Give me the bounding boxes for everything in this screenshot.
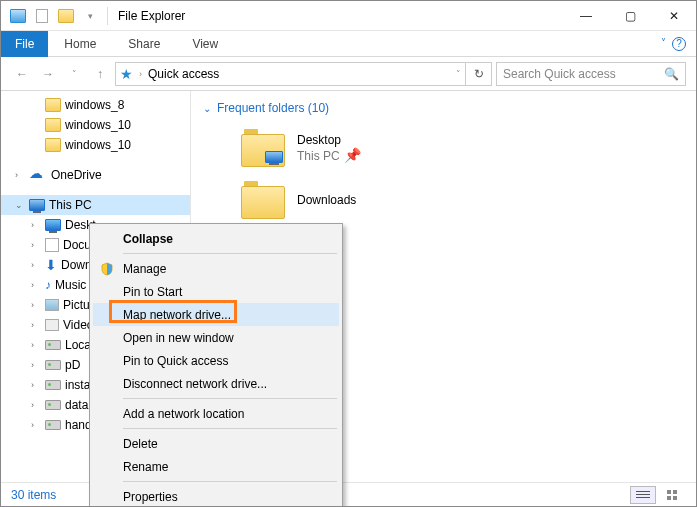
nav-bar: ← → ˅ ↑ ★ › Quick access ˅ ↻ Search Quic… <box>1 57 696 91</box>
context-menu-item[interactable]: Delete <box>93 432 339 455</box>
context-menu-separator <box>123 428 337 429</box>
context-menu-separator <box>123 253 337 254</box>
context-menu-item[interactable]: Map network drive... <box>93 303 339 326</box>
app-icon[interactable] <box>7 5 29 27</box>
context-menu-separator <box>123 481 337 482</box>
item-count: 30 items <box>11 488 56 502</box>
chevron-right-icon[interactable]: › <box>139 69 142 79</box>
search-placeholder: Search Quick access <box>503 67 616 81</box>
tree-recent-item[interactable]: windows_10 <box>1 115 190 135</box>
context-menu-separator <box>123 398 337 399</box>
pin-icon: 📌 <box>344 147 361 163</box>
downloads-icon: ⬇ <box>45 257 57 273</box>
up-button[interactable]: ↑ <box>89 63 111 85</box>
onedrive-icon <box>29 169 47 181</box>
address-bar[interactable]: ★ › Quick access ˅ <box>115 62 466 86</box>
minimize-button[interactable]: — <box>564 1 608 31</box>
context-menu: CollapseManagePin to StartMap network dr… <box>89 223 343 507</box>
svg-rect-1 <box>636 494 650 495</box>
tab-view[interactable]: View <box>176 31 234 57</box>
svg-rect-2 <box>636 497 650 498</box>
svg-rect-3 <box>667 490 671 494</box>
pictures-icon <box>45 299 59 311</box>
tree-thispc[interactable]: ⌄This PC <box>1 195 190 215</box>
largeicons-view-button[interactable] <box>660 486 686 504</box>
maximize-button[interactable]: ▢ <box>608 1 652 31</box>
quickaccess-icon: ★ <box>120 66 133 82</box>
context-menu-item[interactable]: Pin to Quick access <box>93 349 339 372</box>
tree-recent-item[interactable]: windows_10 <box>1 135 190 155</box>
qat-properties-icon[interactable] <box>31 5 53 27</box>
close-button[interactable]: ✕ <box>652 1 696 31</box>
address-dropdown-icon[interactable]: ˅ <box>456 69 461 79</box>
shield-icon <box>99 261 115 277</box>
context-menu-item[interactable]: Disconnect network drive... <box>93 372 339 395</box>
context-menu-item[interactable]: Open in new window <box>93 326 339 349</box>
recent-dropdown-icon[interactable]: ˅ <box>63 63 85 85</box>
window-title: File Explorer <box>108 9 564 23</box>
qat-dropdown-icon[interactable]: ▾ <box>79 5 101 27</box>
forward-button[interactable]: → <box>37 63 59 85</box>
chevron-right-icon[interactable]: › <box>15 170 25 180</box>
svg-rect-6 <box>673 496 677 500</box>
details-view-button[interactable] <box>630 486 656 504</box>
folder-item[interactable]: DesktopThis PC📌 <box>241 125 690 171</box>
folder-icon <box>241 129 285 167</box>
search-icon: 🔍 <box>664 67 679 81</box>
thispc-icon <box>29 199 45 211</box>
chevron-down-icon[interactable]: ⌄ <box>15 200 25 210</box>
context-menu-item[interactable]: Collapse <box>93 227 339 250</box>
documents-icon <box>45 238 59 252</box>
tab-home[interactable]: Home <box>48 31 112 57</box>
tree-recent-item[interactable]: windows_8 <box>1 95 190 115</box>
file-tab[interactable]: File <box>1 31 48 57</box>
quick-access-toolbar: ▾ <box>1 5 107 27</box>
folder-item[interactable]: Downloads <box>241 177 690 223</box>
drive-icon <box>45 360 61 370</box>
breadcrumb[interactable]: Quick access <box>148 67 219 81</box>
help-icon[interactable]: ? <box>672 37 686 51</box>
tree-onedrive[interactable]: ›OneDrive <box>1 165 190 185</box>
drive-icon <box>45 420 61 430</box>
context-menu-item[interactable]: Pin to Start <box>93 280 339 303</box>
context-menu-item[interactable]: Add a network location <box>93 402 339 425</box>
svg-rect-0 <box>636 491 650 492</box>
context-menu-item[interactable]: Rename <box>93 455 339 478</box>
search-input[interactable]: Search Quick access 🔍 <box>496 62 686 86</box>
qat-newfolder-icon[interactable] <box>55 5 77 27</box>
ribbon: File Home Share View ˅ ? <box>1 31 696 57</box>
tab-share[interactable]: Share <box>112 31 176 57</box>
drive-icon <box>45 340 61 350</box>
svg-rect-4 <box>673 490 677 494</box>
title-bar: ▾ File Explorer — ▢ ✕ <box>1 1 696 31</box>
context-menu-item[interactable]: Properties <box>93 485 339 507</box>
desktop-icon <box>45 219 61 231</box>
drive-icon <box>45 400 61 410</box>
group-header[interactable]: ⌄ Frequent folders (10) <box>197 101 690 115</box>
folder-icon <box>241 181 285 219</box>
svg-rect-5 <box>667 496 671 500</box>
refresh-button[interactable]: ↻ <box>466 62 492 86</box>
drive-icon <box>45 380 61 390</box>
ribbon-expand-icon[interactable]: ˅ <box>661 37 666 51</box>
videos-icon <box>45 319 59 331</box>
context-menu-item[interactable]: Manage <box>93 257 339 280</box>
music-icon: ♪ <box>45 278 51 292</box>
chevron-down-icon[interactable]: ⌄ <box>203 103 211 114</box>
back-button[interactable]: ← <box>11 63 33 85</box>
